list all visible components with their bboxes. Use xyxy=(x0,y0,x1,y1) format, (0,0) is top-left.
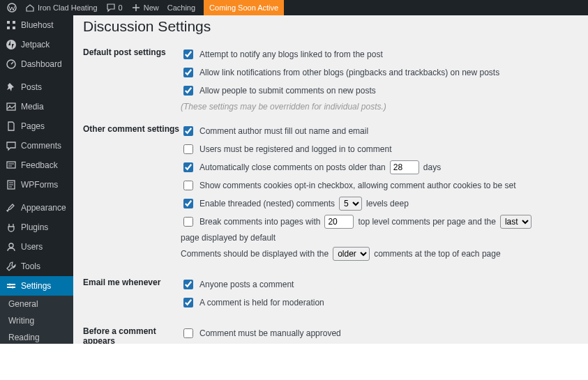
sidebar-item-wpforms[interactable]: WPForms xyxy=(0,175,73,195)
field-line: Allow link notifications from other blog… xyxy=(181,66,578,79)
svg-rect-9 xyxy=(7,162,15,168)
svg-point-11 xyxy=(9,243,13,248)
sidebar-item-feedback[interactable]: Feedback xyxy=(0,155,73,175)
checkbox[interactable] xyxy=(183,50,193,59)
svg-rect-13 xyxy=(7,287,15,288)
sidebar-item-plugins[interactable]: Plugins xyxy=(0,218,73,237)
sidebar-item-media[interactable]: Media xyxy=(0,97,73,116)
checkbox[interactable] xyxy=(183,217,193,227)
field-text: Comment author must fill out name and em… xyxy=(199,126,368,136)
checkbox[interactable] xyxy=(183,181,193,190)
field-text: Break comments into pages with xyxy=(199,217,320,227)
sidebar-item-appearance[interactable]: Appearance xyxy=(0,198,73,218)
field-text: Enable threaded (nested) comments xyxy=(199,199,335,208)
submenu-item-general[interactable]: General xyxy=(0,296,73,312)
number-input[interactable] xyxy=(390,160,419,174)
svg-point-5 xyxy=(6,40,16,50)
sidebar-item-users[interactable]: Users xyxy=(0,237,73,257)
number-input[interactable] xyxy=(324,215,354,229)
field-line: Comment must be manually approved xyxy=(181,326,578,340)
sidebar-item-label: Bluehost xyxy=(21,20,54,30)
select-input[interactable]: 5 xyxy=(339,197,362,211)
sidebar-item-label: Dashboard xyxy=(21,59,62,69)
page-icon xyxy=(6,121,17,132)
comments-count[interactable]: 0 xyxy=(106,3,123,13)
checkbox[interactable] xyxy=(183,199,193,208)
wordpress-icon xyxy=(7,3,17,13)
checkbox[interactable] xyxy=(183,162,193,172)
sidebar-item-label: Plugins xyxy=(21,222,48,232)
field-text: Automatically close comments on posts ol… xyxy=(199,162,386,172)
checkbox[interactable] xyxy=(183,86,193,96)
sidebar-item-label: Media xyxy=(21,102,44,112)
site-name[interactable]: Iron Clad Heating xyxy=(25,3,98,13)
svg-rect-4 xyxy=(13,26,15,29)
section-note: (These settings may be overridden for in… xyxy=(181,102,578,112)
field-line: Allow people to submit comments on new p… xyxy=(181,84,578,98)
sidebar-item-label: Jetpack xyxy=(21,40,50,50)
section-default-post-settings: Default post settingsAttempt to notify a… xyxy=(83,47,578,112)
field-text: Anyone posts a comment xyxy=(199,280,294,289)
comment-icon xyxy=(6,140,17,151)
sidebar-item-settings[interactable]: Settings xyxy=(0,276,73,296)
admin-sidebar: BluehostJetpackDashboardPostsMediaPagesC… xyxy=(0,0,73,380)
feedback-icon xyxy=(6,160,17,171)
torn-edge xyxy=(0,344,588,380)
field-text: Comments should be displayed with the xyxy=(181,249,329,259)
field-line: Automatically close comments on posts ol… xyxy=(181,160,578,174)
dashboard-icon xyxy=(6,59,17,70)
main-content: Discussion Settings Default post setting… xyxy=(73,0,588,380)
field-text: Show comments cookies opt-in checkbox, a… xyxy=(199,181,516,190)
field-line: Attempt to notify any blogs linked to fr… xyxy=(181,47,578,61)
field-line: Comments should be displayed with theold… xyxy=(181,247,578,261)
field-line: Users must be registered and logged in t… xyxy=(181,142,578,156)
checkbox[interactable] xyxy=(183,68,193,77)
sidebar-item-label: Posts xyxy=(21,82,42,92)
sidebar-item-tools[interactable]: Tools xyxy=(0,257,73,276)
checkbox[interactable] xyxy=(183,298,193,307)
sidebar-item-label: WPForms xyxy=(21,180,58,190)
sidebar-item-label: Comments xyxy=(21,141,61,151)
sidebar-item-pages[interactable]: Pages xyxy=(0,116,73,136)
sidebar-item-bluehost[interactable]: Bluehost xyxy=(0,15,73,35)
select-input[interactable]: last xyxy=(500,215,532,229)
field-text: A comment is held for moderation xyxy=(199,298,324,307)
submenu-item-writing[interactable]: Writing xyxy=(0,312,73,329)
wp-logo[interactable] xyxy=(7,3,17,13)
home-icon xyxy=(25,3,35,13)
checkbox[interactable] xyxy=(183,328,193,338)
section-label: Other comment settings xyxy=(83,124,181,265)
sidebar-item-posts[interactable]: Posts xyxy=(0,77,73,97)
svg-rect-12 xyxy=(7,284,15,285)
sidebar-item-label: Appearance xyxy=(21,203,66,213)
forms-icon xyxy=(6,179,17,190)
section-label: Email me whenever xyxy=(83,278,181,314)
sidebar-item-jetpack[interactable]: Jetpack xyxy=(0,35,73,54)
new-content[interactable]: New xyxy=(131,3,159,13)
tools-icon xyxy=(6,261,17,272)
field-line: A comment is held for moderation xyxy=(181,296,578,310)
sidebar-item-comments[interactable]: Comments xyxy=(0,136,73,155)
media-icon xyxy=(6,101,17,112)
section-other-comment-settings: Other comment settingsComment author mus… xyxy=(83,124,578,265)
section-email-me-whenever: Email me wheneverAnyone posts a commentA… xyxy=(83,278,578,314)
select-input[interactable]: older xyxy=(333,247,370,261)
users-icon xyxy=(6,241,17,252)
sidebar-item-label: Feedback xyxy=(21,160,58,170)
checkbox[interactable] xyxy=(183,280,193,289)
sidebar-item-label: Settings xyxy=(21,281,51,291)
svg-point-14 xyxy=(9,284,11,286)
page-title: Discussion Settings xyxy=(83,18,578,35)
sidebar-item-dashboard[interactable]: Dashboard xyxy=(0,54,73,74)
coming-soon-notice[interactable]: Coming Soon Active xyxy=(204,0,284,15)
checkbox[interactable] xyxy=(183,144,193,154)
field-text: Comment must be manually approved xyxy=(199,328,341,338)
checkbox[interactable] xyxy=(183,126,193,136)
section-label: Default post settings xyxy=(83,47,181,112)
field-text: Allow people to submit comments on new p… xyxy=(199,86,376,96)
caching-link[interactable]: Caching xyxy=(167,3,195,12)
field-text: page displayed by default xyxy=(181,233,276,243)
svg-rect-1 xyxy=(7,21,10,24)
comment-icon xyxy=(106,3,116,13)
sidebar-item-label: Tools xyxy=(21,261,40,271)
